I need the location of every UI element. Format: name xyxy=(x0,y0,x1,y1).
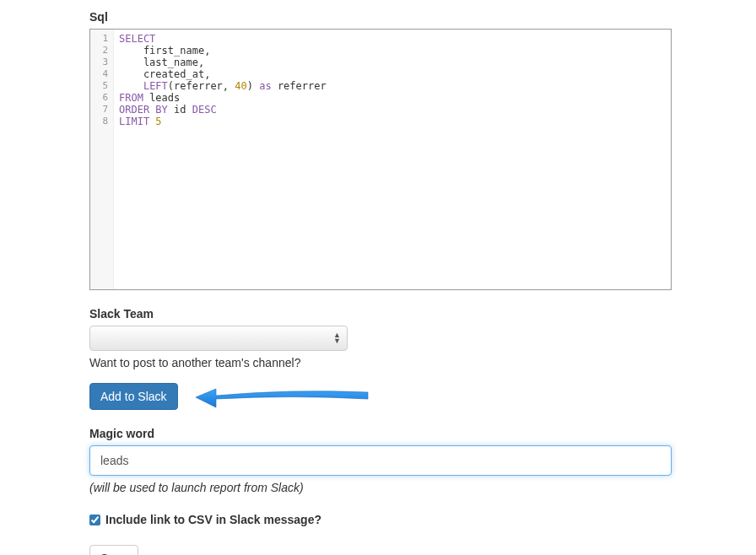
slack-team-helper: Want to post to another team's channel? xyxy=(89,356,672,369)
magic-word-input[interactable] xyxy=(89,445,672,476)
magic-word-hint: (will be used to launch report from Slac… xyxy=(89,481,672,494)
sql-code-area[interactable]: SELECT first_name, last_name, created_at… xyxy=(114,30,671,289)
sql-label: Sql xyxy=(89,10,672,24)
pointing-arrow-icon xyxy=(191,380,376,414)
sql-gutter: 12345678 xyxy=(90,30,114,289)
sql-editor[interactable]: 12345678 SELECT first_name, last_name, c… xyxy=(89,29,672,290)
slack-team-label: Slack Team xyxy=(89,307,672,321)
include-csv-checkbox[interactable] xyxy=(89,515,100,525)
magic-word-label: Magic word xyxy=(89,427,672,440)
slack-team-select[interactable] xyxy=(89,326,348,351)
add-to-slack-button[interactable]: Add to Slack xyxy=(89,383,178,410)
include-csv-label[interactable]: Include link to CSV in Slack message? xyxy=(105,513,321,526)
save-button[interactable]: Save xyxy=(89,545,138,555)
